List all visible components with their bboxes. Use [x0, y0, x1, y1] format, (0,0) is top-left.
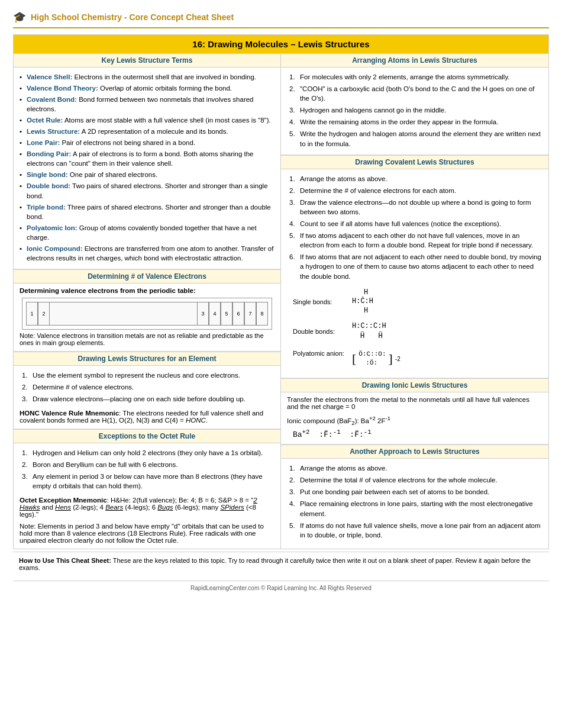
list-item: Determine # of valence electrons. — [20, 381, 274, 393]
double-bond-label: Double bonds: — [293, 328, 352, 335]
list-item: Place remaining electrons in lone pairs,… — [287, 498, 542, 519]
arranging-header: Arranging Atoms in Lewis Structures — [281, 54, 548, 67]
ptable-col-8: 8 — [256, 302, 268, 326]
honc-label: HONC Valence Rule Mnemonic — [20, 410, 119, 417]
term: Triple bond: — [27, 204, 66, 211]
list-item: Covalent Bond: Bond formed between two n… — [20, 94, 274, 114]
logo-icon: 🎓 — [13, 11, 26, 24]
ionic-header: Drawing Ionic Lewis Structures — [281, 378, 548, 392]
valence-content: Determining valence electrons from the p… — [14, 284, 280, 352]
drawing-element-header: Drawing Lewis Structures for an Element — [14, 352, 280, 366]
top-header: 🎓 High School Chemistry - Core Concept C… — [13, 11, 549, 28]
term: Lone Pair: — [27, 139, 60, 146]
list-item: Count to see if all atoms have full vale… — [287, 218, 542, 230]
page: 🎓 High School Chemistry - Core Concept C… — [0, 0, 562, 597]
list-item: Put one bonding pair between each set of… — [287, 486, 542, 498]
left-column: Key Lewis Structure Terms Valence Shell:… — [14, 54, 281, 549]
valence-header: Determining # of Valence Electrons — [14, 269, 280, 284]
list-item: Bonding Pair: A pair of electrons is to … — [20, 149, 274, 169]
term: Valence Bond Theory: — [27, 85, 98, 92]
list-item: Write the remaining atoms in the order t… — [287, 116, 542, 128]
ionic-formula-display: Ba+2 :F̈:-1 :F̈:-1 — [293, 429, 542, 439]
ptable-col-5: 5 — [221, 302, 232, 326]
term: Polyatomic Ion: — [27, 224, 77, 231]
term: Single bond: — [27, 171, 68, 178]
list-item: For molecules with only 2 elements, arra… — [287, 71, 542, 83]
single-bond-row: Single bonds: H H:Ċ:H H — [293, 288, 542, 316]
list-item: Double bond: Two pairs of shared electro… — [20, 181, 274, 201]
octet-label: Octet Exception Mnemonic — [20, 497, 107, 504]
right-column: Arranging Atoms in Lewis Structures For … — [281, 54, 548, 549]
exceptions-list: Hydrogen and Helium can only hold 2 elec… — [20, 447, 274, 492]
list-item: If two atoms that are not adjacent to ea… — [287, 251, 542, 282]
list-item: Ionic Compound: Electrons are transferre… — [20, 243, 274, 264]
list-item: Triple bond: Three pairs of shared elect… — [20, 201, 274, 222]
ptable-col-6: 6 — [232, 302, 244, 326]
list-item: Arrange the atoms as above. — [287, 173, 542, 185]
top-header-title: High School Chemistry - Core Concept Che… — [31, 12, 234, 22]
list-item: Polyatomic Ion: Group of atoms covalentl… — [20, 222, 274, 243]
ptable-right-cols: 3 4 5 6 7 8 — [197, 302, 268, 326]
lewis-diagrams: Single bonds: H H:Ċ:H H Double bonds: H:… — [287, 288, 542, 368]
periodic-table-diagram: 1 2 3 4 5 6 7 8 — [22, 298, 272, 330]
list-item: Draw valence electrons—placing one on ea… — [20, 393, 274, 405]
valence-note: Note: Valence electrons in transition me… — [20, 332, 274, 346]
covalent-header: Drawing Covalent Lewis Structures — [281, 155, 548, 169]
term: Octet Rule: — [27, 117, 63, 124]
single-bond-main: H:Ċ:H — [352, 297, 373, 307]
single-bond-h-top: H — [364, 288, 373, 298]
honc-mnemonic: HONC Valence Rule Mnemonic: The electron… — [20, 410, 274, 424]
list-item: Arrange the atoms as above. — [287, 462, 542, 474]
polyatomic-formula-area: [ Ö:C::O: :Ö: ] -2 — [352, 350, 400, 368]
ptable-inner: 1 2 3 4 5 6 7 8 — [26, 302, 268, 326]
single-bond-formula: H H:Ċ:H H — [352, 288, 373, 316]
double-bond-row: Double bonds: H:C::C:H Ḧ Ḧ — [293, 321, 542, 342]
arranging-content: For molecules with only 2 elements, arra… — [281, 67, 548, 155]
ptable-left-cols: 1 2 — [26, 302, 50, 326]
another-approach-content: Arrange the atoms as above. Determine th… — [281, 459, 548, 546]
polyatomic-label: Polyatomic anion: — [293, 350, 352, 357]
another-approach-header: Another Approach to Lewis Structures — [281, 444, 548, 459]
term: Ionic Compound: — [27, 245, 83, 252]
list-item: Use the element symbol to represent the … — [20, 369, 274, 381]
list-item: Draw the valence electrons—do not double… — [287, 197, 542, 218]
key-terms-header: Key Lewis Structure Terms — [14, 54, 280, 67]
ptable-col-7: 7 — [244, 302, 256, 326]
double-bond-main: H:C::C:H — [352, 321, 387, 331]
drawing-element-list: Use the element symbol to represent the … — [20, 369, 274, 405]
list-item: Determine the # of valence electrons for… — [287, 185, 542, 197]
list-item: Hydrogen and halogens cannot go in the m… — [287, 104, 542, 116]
polyatomic-row: Polyatomic anion: [ Ö:C::O: :Ö: ] -2 — [293, 350, 542, 368]
list-item: Octet Rule: Atoms are most stable with a… — [20, 114, 274, 125]
hens: Hens — [55, 504, 71, 511]
exceptions-content: Hydrogen and Helium can only hold 2 elec… — [14, 443, 280, 549]
another-approach-list: Arrange the atoms as above. Determine th… — [287, 462, 542, 541]
key-terms-list: Valence Shell: Electrons in the outermos… — [20, 71, 274, 264]
drawing-element-content: Use the element symbol to represent the … — [14, 366, 280, 429]
double-bond-dots: Ḧ Ḧ — [360, 331, 387, 342]
arranging-list: For molecules with only 2 elements, arra… — [287, 71, 542, 150]
ptable-col-3: 3 — [197, 302, 209, 326]
list-item: Single bond: One pair of shared electron… — [20, 169, 274, 181]
ionic-content: Transfer the electrons from the metal to… — [281, 392, 548, 444]
copyright: RapidLearningCenter.com © Rapid Learning… — [190, 585, 372, 591]
term: Double bond: — [27, 182, 70, 189]
list-item: Lewis Structure: A 2D representation of … — [20, 125, 274, 137]
single-bond-h-bottom: H — [364, 307, 373, 316]
ionic-example-label: Ionic compound (BaF2): Ba+2 2F-1 — [287, 415, 542, 426]
list-item: Write the hydrogen and halogen atoms aro… — [287, 128, 542, 149]
bracket-left: [ — [352, 352, 356, 365]
bears: Bears — [105, 504, 123, 511]
ptable-transition-spacer — [50, 302, 197, 326]
polyatomic-inner: Ö:C::O: :Ö: — [358, 350, 386, 368]
list-item: Determine the total # of valence electro… — [287, 474, 542, 486]
ptable-col-4: 4 — [209, 302, 221, 326]
how-to-label: How to Use This Cheat Sheet: — [19, 557, 111, 564]
main-content: Key Lewis Structure Terms Valence Shell:… — [13, 54, 549, 549]
period3-note: Note: Elements in period 3 and below hav… — [20, 523, 274, 544]
ionic-intro: Transfer the electrons from the metal to… — [287, 396, 542, 410]
valence-bold-label: Determining valence electrons from the p… — [20, 287, 274, 294]
list-item: Valence Shell: Electrons in the outermos… — [20, 71, 274, 82]
double-bond-formula: H:C::C:H Ḧ Ḧ — [352, 321, 387, 342]
poly-row2: :Ö: — [366, 359, 386, 368]
